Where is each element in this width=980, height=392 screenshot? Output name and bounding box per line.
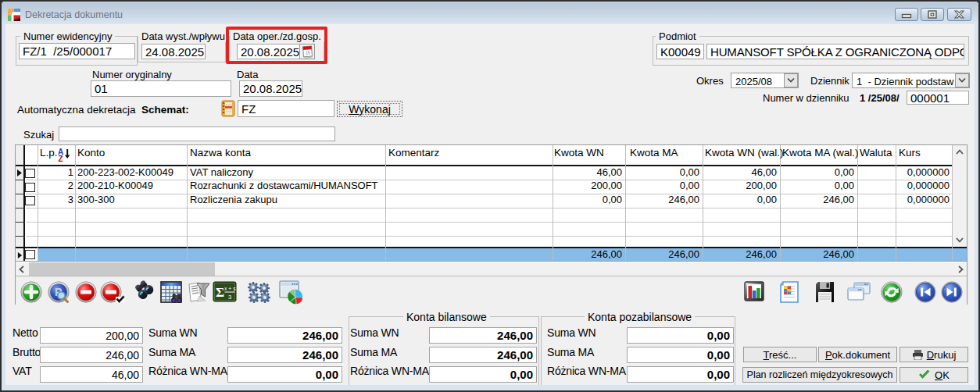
svg-text:x + s: x + s	[224, 286, 236, 291]
svg-text:Σ: Σ	[216, 285, 224, 300]
svg-text:Z: Z	[59, 155, 63, 162]
svg-text:3: 3	[228, 294, 231, 301]
